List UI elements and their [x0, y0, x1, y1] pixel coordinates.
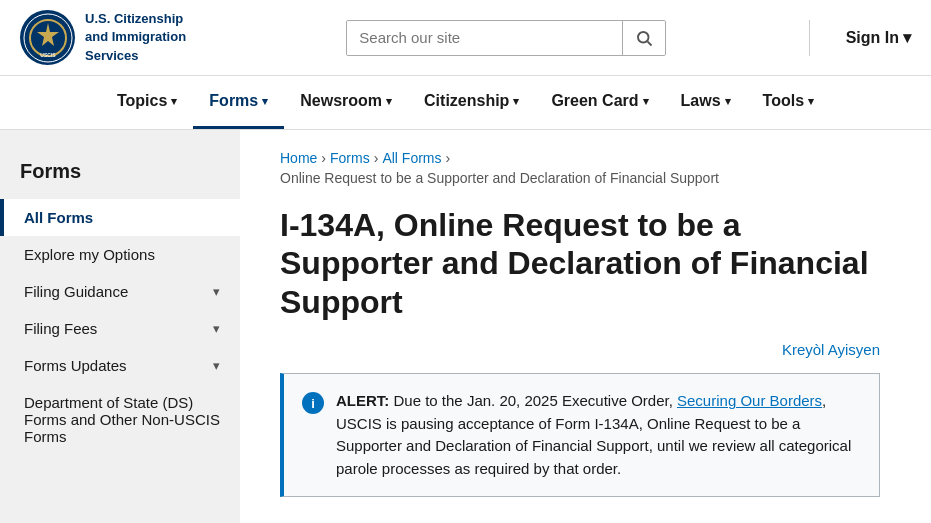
agency-logo: USCIS — [20, 10, 75, 65]
search-area — [240, 20, 773, 56]
chevron-down-icon: ▾ — [386, 95, 392, 108]
nav-item-laws[interactable]: Laws ▾ — [665, 76, 747, 129]
agency-name: U.S. Citizenship and Immigration Service… — [85, 10, 186, 65]
breadcrumb-home[interactable]: Home — [280, 150, 317, 166]
chevron-down-icon: ▾ — [262, 95, 268, 108]
nav-item-newsroom[interactable]: Newsroom ▾ — [284, 76, 408, 129]
sidebar-item-filing-fees[interactable]: Filing Fees ▾ — [0, 310, 240, 347]
body-paragraph-1: Use this form to request to be a support… — [280, 519, 880, 523]
alert-text: ALERT: Due to the Jan. 20, 2025 Executiv… — [336, 390, 861, 480]
sidebar-item-filing-guidance[interactable]: Filing Guidance ▾ — [0, 273, 240, 310]
breadcrumb-all-forms[interactable]: All Forms — [382, 150, 441, 166]
chevron-down-icon: ▾ — [171, 95, 177, 108]
logo-area: USCIS U.S. Citizenship and Immigration S… — [20, 10, 220, 65]
svg-point-4 — [638, 32, 649, 43]
sidebar-title: Forms — [0, 150, 240, 199]
page-title: I-134A, Online Request to be a Supporter… — [280, 206, 880, 321]
chevron-down-icon: ▾ — [808, 95, 814, 108]
alert-icon: i — [302, 392, 324, 414]
breadcrumb: Home › Forms › All Forms › Online Reques… — [280, 150, 880, 186]
nav-item-forms[interactable]: Forms ▾ — [193, 76, 284, 129]
search-input[interactable] — [347, 21, 622, 55]
sidebar: Forms All Forms Explore my Options Filin… — [0, 130, 240, 523]
nav-item-citizenship[interactable]: Citizenship ▾ — [408, 76, 535, 129]
header-divider — [809, 20, 810, 56]
chevron-down-icon: ▾ — [903, 28, 911, 47]
chevron-down-icon: ▾ — [725, 95, 731, 108]
language-link[interactable]: Kreyòl Ayisyen — [782, 341, 880, 358]
breadcrumb-forms[interactable]: Forms — [330, 150, 370, 166]
sidebar-item-all-forms[interactable]: All Forms — [0, 199, 240, 236]
alert-prefix: ALERT: — [336, 392, 389, 409]
sidebar-item-explore[interactable]: Explore my Options — [0, 236, 240, 273]
nav-item-green-card[interactable]: Green Card ▾ — [535, 76, 664, 129]
main-content: Home › Forms › All Forms › Online Reques… — [240, 130, 920, 523]
alert-securing-link[interactable]: Securing Our Borders — [677, 392, 822, 409]
svg-line-5 — [648, 41, 652, 45]
search-form — [346, 20, 666, 56]
chevron-down-icon: ▾ — [213, 321, 220, 336]
main-nav: Topics ▾ Forms ▾ Newsroom ▾ Citizenship … — [0, 76, 931, 130]
breadcrumb-current: Online Request to be a Supporter and Dec… — [280, 170, 719, 186]
sign-in-button[interactable]: Sign In ▾ — [846, 28, 911, 47]
chevron-down-icon: ▾ — [513, 95, 519, 108]
search-button[interactable] — [622, 21, 665, 55]
nav-item-tools[interactable]: Tools ▾ — [747, 76, 830, 129]
svg-text:USCIS: USCIS — [40, 52, 56, 58]
chevron-down-icon: ▾ — [643, 95, 649, 108]
chevron-down-icon: ▾ — [213, 284, 220, 299]
sidebar-item-ds-forms[interactable]: Department of State (DS) Forms and Other… — [0, 384, 240, 455]
nav-item-topics[interactable]: Topics ▾ — [101, 76, 193, 129]
search-icon — [635, 29, 653, 47]
sidebar-item-forms-updates[interactable]: Forms Updates ▾ — [0, 347, 240, 384]
alert-box: i ALERT: Due to the Jan. 20, 2025 Execut… — [280, 373, 880, 497]
chevron-down-icon: ▾ — [213, 358, 220, 373]
language-link-container: Kreyòl Ayisyen — [280, 341, 880, 359]
